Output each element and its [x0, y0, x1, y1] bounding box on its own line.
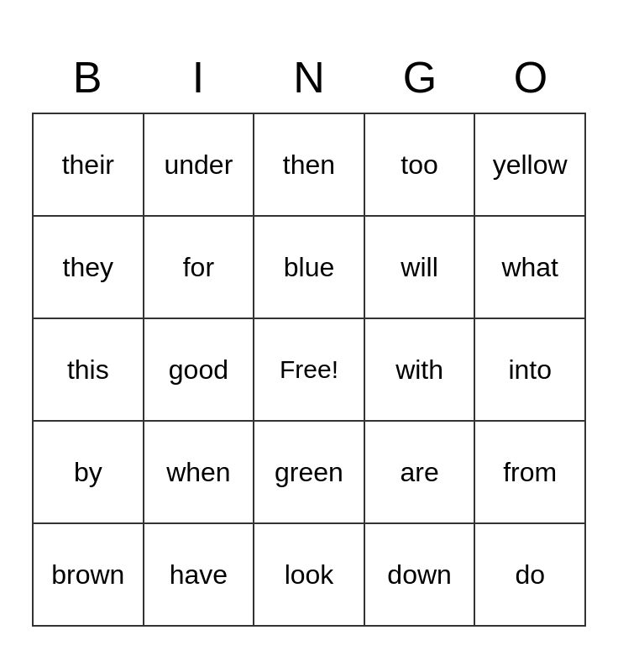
header-o: O: [475, 45, 586, 109]
header-n: N: [254, 45, 364, 109]
cell-r3-c5: into: [475, 319, 584, 420]
cell-r4-c1: by: [34, 422, 144, 522]
cell-r4-c4: are: [365, 422, 476, 522]
cell-r1-c4: too: [365, 114, 476, 215]
bingo-grid: their under then too yellow they for blu…: [32, 113, 586, 627]
bingo-header: B I N G O: [32, 45, 586, 109]
cell-r4-c5: from: [475, 422, 584, 522]
cell-r2-c4: will: [365, 217, 476, 318]
cell-r5-c5: do: [475, 524, 584, 625]
cell-r1-c1: their: [34, 114, 144, 215]
table-row: brown have look down do: [34, 524, 584, 625]
cell-r2-c1: they: [34, 217, 144, 318]
cell-r1-c5: yellow: [475, 114, 584, 215]
bingo-card: B I N G O their under then too yellow th…: [15, 29, 603, 643]
cell-r4-c2: when: [144, 422, 255, 522]
cell-r5-c1: brown: [34, 524, 144, 625]
cell-r3-c4: with: [365, 319, 476, 420]
cell-r1-c2: under: [144, 114, 255, 215]
header-g: G: [364, 45, 475, 109]
free-space: Free!: [254, 319, 365, 420]
table-row: by when green are from: [34, 422, 584, 524]
cell-r3-c1: this: [34, 319, 144, 420]
header-b: B: [32, 45, 143, 109]
table-row: their under then too yellow: [34, 114, 584, 217]
cell-r5-c4: down: [365, 524, 476, 625]
cell-r1-c3: then: [254, 114, 365, 215]
cell-r2-c5: what: [475, 217, 584, 318]
cell-r2-c3: blue: [254, 217, 365, 318]
table-row: they for blue will what: [34, 217, 584, 319]
cell-r5-c3: look: [254, 524, 365, 625]
header-i: I: [143, 45, 254, 109]
cell-r3-c2: good: [144, 319, 255, 420]
cell-r2-c2: for: [144, 217, 255, 318]
cell-r4-c3: green: [254, 422, 365, 522]
cell-r5-c2: have: [144, 524, 255, 625]
table-row: this good Free! with into: [34, 319, 584, 422]
